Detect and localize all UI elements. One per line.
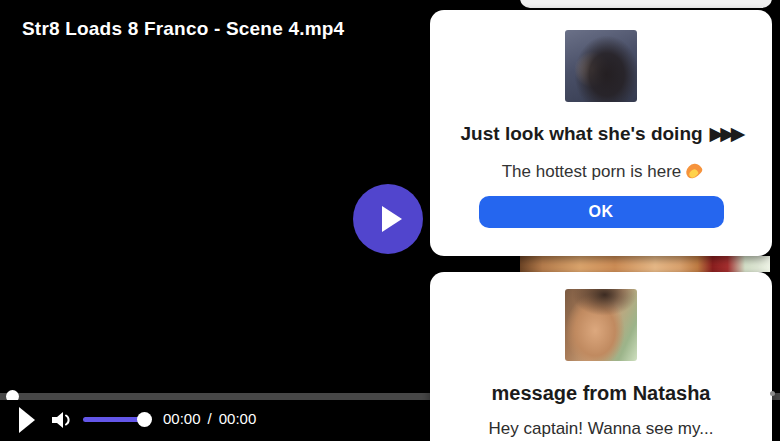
mute-button[interactable] bbox=[50, 406, 74, 434]
popup-message: message from Natasha Hey captain! Wanna … bbox=[430, 272, 772, 441]
speaker-icon bbox=[50, 409, 74, 431]
time-display: 00:00/00:00 bbox=[163, 410, 256, 427]
play-icon bbox=[19, 407, 35, 433]
volume-slider[interactable] bbox=[83, 417, 145, 422]
message-text: Hey captain! Wanna see my... bbox=[430, 417, 772, 441]
offer-subtitle: The hottest porn is here bbox=[430, 162, 772, 182]
fire-icon bbox=[687, 163, 700, 179]
ad-image-strip[interactable] bbox=[520, 256, 770, 272]
current-time: 00:00 bbox=[163, 410, 201, 427]
offer-title: Just look what she's doing▶▶▶ bbox=[430, 121, 772, 146]
video-title: Str8 Loads 8 Franco - Scene 4.mp4 bbox=[22, 18, 344, 40]
volume-thumb[interactable] bbox=[137, 412, 152, 427]
time-separator: / bbox=[208, 410, 212, 427]
duration: 00:00 bbox=[219, 410, 257, 427]
ok-button[interactable]: OK bbox=[479, 196, 724, 228]
small-grey-dot bbox=[770, 391, 775, 396]
play-icon bbox=[382, 206, 402, 232]
big-play-button[interactable] bbox=[353, 184, 423, 254]
triple-play-arrows-icon: ▶▶▶ bbox=[710, 122, 742, 144]
message-title: message from Natasha bbox=[430, 381, 772, 405]
webcam-couple-thumbnail[interactable] bbox=[565, 30, 637, 102]
natasha-selfie-thumbnail[interactable] bbox=[565, 289, 637, 361]
background-popup-card[interactable] bbox=[520, 0, 772, 8]
popup-offer: Just look what she's doing▶▶▶ The hottes… bbox=[430, 10, 772, 256]
page: Str8 Loads 8 Franco - Scene 4.mp4 00:00/… bbox=[0, 0, 780, 441]
play-button[interactable] bbox=[19, 407, 39, 434]
